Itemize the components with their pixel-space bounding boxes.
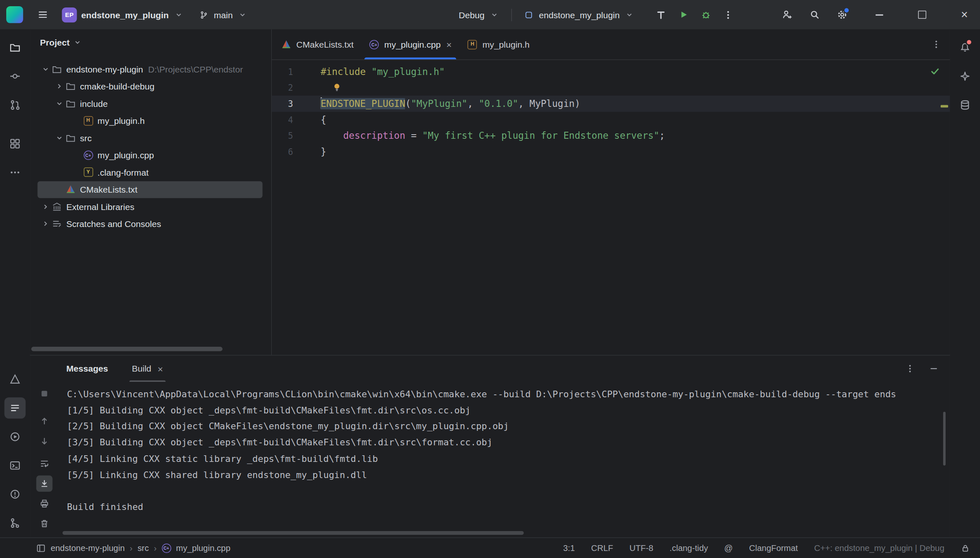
editor-tab-CMakeLists.txt[interactable]: CMakeLists.txt	[273, 29, 361, 59]
encoding-widget[interactable]: UTF-8	[629, 543, 653, 553]
breadcrumb-project[interactable]: endstone-my-plugin	[51, 543, 125, 553]
terminal-toolwindow-button[interactable]	[5, 455, 26, 476]
close-icon[interactable]: ×	[157, 364, 163, 374]
build-tab[interactable]: Build ×	[129, 355, 165, 382]
messages-title[interactable]: Messages	[66, 364, 108, 374]
at-icon[interactable]: @	[724, 543, 733, 553]
close-icon[interactable]: ×	[446, 40, 452, 49]
inspections-ok-widget[interactable]	[930, 66, 940, 78]
main-menu-button[interactable]	[32, 4, 53, 25]
scroll-to-end-button[interactable]	[36, 476, 52, 492]
code-line-2[interactable]: 2	[272, 80, 950, 96]
window-close-button[interactable]: ×	[955, 5, 974, 24]
project-horizontal-scrollbar[interactable]	[31, 347, 223, 351]
run-config-selector[interactable]: endstone_my_plugin	[518, 4, 640, 25]
tree-item-path: D:\Projects\CPP\endstor	[148, 64, 243, 74]
editor-tab-my_plugin.cpp[interactable]: C+my_plugin.cpp×	[361, 29, 460, 59]
vcs-branch-widget[interactable]: main	[193, 4, 253, 25]
more-toolwindows-button[interactable]	[5, 162, 26, 183]
ai-assistant-button[interactable]	[954, 65, 975, 87]
clear-console-button[interactable]	[36, 515, 52, 531]
console-vertical-scrollbar[interactable]	[943, 412, 946, 466]
print-button[interactable]	[36, 495, 52, 512]
code-line-6[interactable]: 6}	[272, 144, 950, 160]
next-message-button[interactable]	[36, 433, 52, 449]
statusbar-breadcrumbs: endstone-my-plugin › src › C+ my_plugin.…	[36, 543, 563, 553]
tree-item-src[interactable]: src	[30, 129, 271, 146]
caret-position-widget[interactable]: 3:1	[563, 543, 575, 553]
window-maximize-button[interactable]	[912, 5, 931, 24]
left-tool-strip	[0, 29, 31, 537]
tree-item-Scratches and Consoles[interactable]: Scratches and Consoles	[30, 215, 271, 232]
chevron-right-icon[interactable]	[40, 201, 51, 212]
kebab-icon[interactable]	[905, 364, 915, 374]
notifications-button[interactable]	[954, 37, 975, 58]
chevron-down-icon[interactable]	[40, 63, 51, 75]
clion-logo-icon[interactable]	[6, 6, 23, 23]
cmake-file-icon	[65, 184, 76, 195]
resolve-context-widget[interactable]: C++: endstone_my_plugin | Debug	[814, 543, 944, 553]
run-button[interactable]	[673, 4, 694, 25]
chevron-right-icon[interactable]	[54, 81, 65, 92]
clang-tidy-widget[interactable]: .clang-tidy	[670, 543, 708, 553]
tree-item-cmake-build-debug[interactable]: cmake-build-debug	[30, 78, 271, 95]
editor-tab-my_plugin.h[interactable]: Hmy_plugin.h	[459, 29, 537, 59]
console-horizontal-scrollbar[interactable]	[63, 531, 524, 535]
tool-window-widget-icon[interactable]	[36, 543, 46, 553]
tree-item-my_plugin.h[interactable]: Hmy_plugin.h	[30, 112, 271, 129]
window-minimize-button[interactable]	[870, 5, 889, 24]
lock-icon[interactable]	[961, 543, 970, 553]
tree-item-.clang-format[interactable]: Y.clang-format	[30, 164, 271, 181]
tree-item-include[interactable]: include	[30, 95, 271, 112]
run-circle-icon	[10, 431, 21, 442]
code-line-3[interactable]: 3ENDSTONE_PLUGIN("MyPlugin", "0.1.0", My…	[272, 96, 950, 112]
tree-item-endstone-my-plugin[interactable]: endstone-my-pluginD:\Projects\CPP\endsto…	[30, 60, 271, 77]
vcs-toolwindow-button[interactable]	[5, 512, 26, 534]
clang-format-widget[interactable]: ClangFormat	[749, 543, 798, 553]
tree-item-my_plugin.cpp[interactable]: C+my_plugin.cpp	[30, 147, 271, 164]
code-with-me-button[interactable]	[776, 4, 797, 25]
check-icon	[930, 66, 940, 76]
code-editor-area[interactable]: 1#include "my_plugin.h"23ENDSTONE_PLUGIN…	[272, 60, 950, 359]
breadcrumb-src[interactable]: src	[138, 543, 149, 553]
database-button[interactable]	[954, 94, 975, 116]
build-console[interactable]: C:\Users\Vincent\AppData\Local\Programs\…	[67, 387, 941, 529]
build-toolwindow-button[interactable]	[5, 397, 26, 418]
chevron-down-icon[interactable]	[54, 132, 65, 143]
cmake-toolwindow-button[interactable]	[5, 369, 26, 390]
breadcrumb-file[interactable]: my_plugin.cpp	[176, 543, 230, 553]
commit-toolwindow-button[interactable]	[5, 65, 26, 87]
project-widget[interactable]: EP endstone_my_plugin	[57, 4, 189, 25]
hamburger-icon	[37, 10, 48, 20]
tree-item-label: cmake-build-debug	[80, 81, 155, 91]
intention-bulb-icon[interactable]	[331, 82, 342, 93]
more-actions-button[interactable]	[718, 4, 739, 25]
code-line-1[interactable]: 1#include "my_plugin.h"	[272, 64, 950, 80]
debug-button[interactable]	[695, 4, 716, 25]
settings-button[interactable]	[831, 4, 852, 25]
code-line-4[interactable]: 4{	[272, 112, 950, 128]
chevron-right-icon[interactable]	[40, 218, 51, 229]
build-panel-actions	[905, 355, 939, 382]
project-panel-header[interactable]: Project	[30, 29, 271, 56]
structure-toolwindow-button[interactable]	[5, 133, 26, 154]
pull-requests-toolwindow-button[interactable]	[5, 94, 26, 116]
project-toolwindow-button[interactable]	[5, 37, 26, 58]
h-file-icon: H	[82, 115, 94, 126]
hide-panel-button[interactable]	[929, 364, 939, 374]
stop-button[interactable]	[36, 386, 52, 402]
tab-options-button[interactable]	[931, 29, 941, 59]
tree-item-CMakeLists.txt[interactable]: CMakeLists.txt	[37, 181, 262, 198]
build-button[interactable]	[650, 4, 671, 25]
soft-wrap-button[interactable]	[36, 456, 52, 472]
notification-badge	[965, 39, 973, 46]
line-separator-widget[interactable]: CRLF	[591, 543, 613, 553]
run-toolwindow-button[interactable]	[5, 426, 26, 447]
tree-item-External Libraries[interactable]: External Libraries	[30, 198, 271, 215]
problems-toolwindow-button[interactable]	[5, 483, 26, 505]
prev-message-button[interactable]	[36, 413, 52, 429]
run-profile-selector[interactable]: Debug	[454, 4, 505, 25]
chevron-down-icon[interactable]	[54, 98, 65, 109]
code-line-5[interactable]: 5 description = "My first C++ plugin for…	[272, 128, 950, 144]
search-everywhere-button[interactable]	[804, 4, 825, 25]
